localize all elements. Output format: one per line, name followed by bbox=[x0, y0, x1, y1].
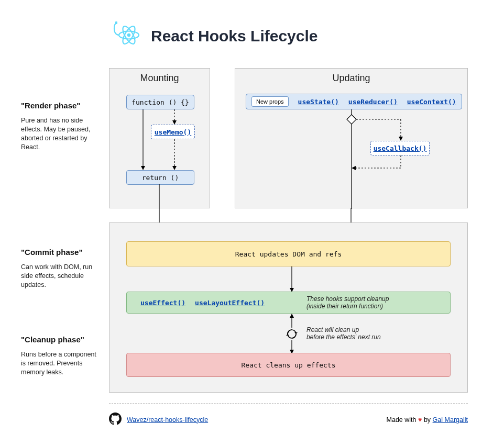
svg-marker-8 bbox=[172, 120, 177, 125]
panel-mounting-title: Mounting bbox=[109, 69, 210, 89]
note-effects-cleanup: These hooks support cleanup (inside thei… bbox=[306, 295, 389, 310]
footer: Wavez/react-hooks-lifecycle Made with ♥ … bbox=[109, 412, 468, 427]
phase-cleanup-title: "Cleanup phase" bbox=[21, 335, 102, 344]
phase-commit-desc: Can work with DOM, run side effects, sch… bbox=[21, 263, 102, 289]
react-logo-icon bbox=[110, 21, 141, 51]
link-repo[interactable]: Wavez/react-hooks-lifecycle bbox=[127, 416, 208, 423]
link-useeffect[interactable]: useEffect() bbox=[140, 299, 185, 307]
node-function-text: function () {} bbox=[132, 98, 189, 106]
node-return-text: return () bbox=[142, 174, 179, 182]
footer-made-with: Made with bbox=[387, 416, 417, 423]
node-react-cleans-text: React cleans up effects bbox=[241, 361, 335, 369]
note-cycle-1: React will clean up bbox=[306, 326, 381, 333]
svg-marker-16 bbox=[399, 137, 403, 141]
github-icon bbox=[109, 412, 122, 427]
footer-divider bbox=[109, 403, 468, 404]
phase-render-desc: Pure and has no side effects. May be pau… bbox=[21, 116, 102, 152]
phase-cleanup: "Cleanup phase" Runs before a component … bbox=[21, 335, 102, 377]
update-sources-bar: New props useState() useReducer() useCon… bbox=[246, 94, 462, 109]
panel-mounting: Mounting function () {} useMemo() return… bbox=[109, 68, 210, 208]
note-cycle-2: before the effects' next run bbox=[306, 333, 381, 341]
header: React Hooks Lifecycle bbox=[110, 21, 317, 51]
link-uselayouteffect[interactable]: useLayoutEffect() bbox=[195, 299, 265, 307]
svg-marker-6 bbox=[141, 166, 145, 170]
link-usememo[interactable]: useMemo() bbox=[155, 128, 191, 136]
node-usememo[interactable]: useMemo() bbox=[151, 125, 195, 139]
node-effects: useEffect() useLayoutEffect() bbox=[126, 292, 451, 314]
svg-marker-19 bbox=[352, 166, 356, 170]
chip-new-props: New props bbox=[251, 96, 289, 107]
link-usereducer[interactable]: useReducer() bbox=[348, 98, 398, 106]
link-usecallback[interactable]: useCallback() bbox=[374, 144, 427, 152]
svg-marker-27 bbox=[290, 314, 294, 318]
node-react-updates-dom-text: React updates DOM and refs bbox=[235, 250, 342, 258]
svg-marker-30 bbox=[286, 334, 289, 336]
link-author[interactable]: Gal Margalit bbox=[433, 416, 468, 423]
phase-commit: "Commit phase" Can work with DOM, run si… bbox=[21, 248, 102, 289]
svg-rect-4 bbox=[115, 21, 117, 24]
node-usecallback[interactable]: useCallback() bbox=[370, 141, 430, 155]
panel-updating-title: Updating bbox=[235, 69, 467, 89]
panel-updating: Updating New props useState() useReducer… bbox=[235, 68, 468, 208]
svg-marker-12 bbox=[347, 115, 356, 124]
footer-by: by bbox=[424, 416, 431, 423]
node-react-cleans: React cleans up effects bbox=[126, 353, 451, 377]
node-return: return () bbox=[126, 170, 194, 185]
node-function: function () {} bbox=[126, 95, 194, 109]
cycle-icon bbox=[286, 328, 298, 340]
note-effects-cleanup-1: These hooks support cleanup bbox=[306, 295, 389, 303]
phase-cleanup-desc: Runs before a component is removed. Prev… bbox=[21, 350, 102, 377]
note-cycle: React will clean up before the effects' … bbox=[306, 326, 381, 341]
phase-render: "Render phase" Pure and has no side effe… bbox=[21, 101, 102, 152]
phase-render-title: "Render phase" bbox=[21, 101, 102, 110]
note-effects-cleanup-2: (inside their return function) bbox=[306, 303, 389, 310]
svg-point-3 bbox=[127, 34, 130, 37]
svg-marker-10 bbox=[172, 166, 177, 170]
heart-icon: ♥ bbox=[418, 416, 422, 423]
panel-commit-cleanup: React updates DOM and refs useEffect() u… bbox=[109, 222, 468, 393]
page-title: React Hooks Lifecycle bbox=[151, 27, 317, 45]
phase-commit-title: "Commit phase" bbox=[21, 248, 102, 257]
link-usestate[interactable]: useState() bbox=[298, 98, 339, 106]
footer-credits: Made with ♥ by Gal Margalit bbox=[387, 416, 468, 423]
node-react-updates-dom: React updates DOM and refs bbox=[126, 241, 451, 266]
link-usecontext[interactable]: useContext() bbox=[407, 98, 456, 106]
